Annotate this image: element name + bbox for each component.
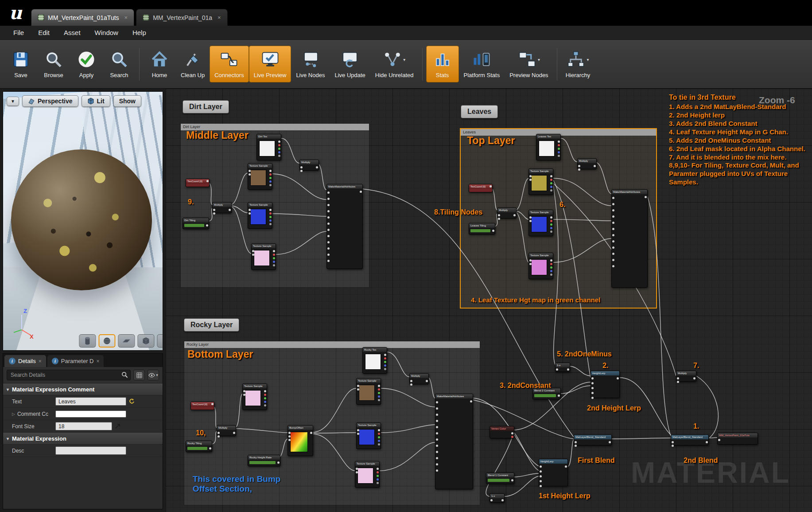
font-size-input[interactable] [55, 422, 112, 430]
material-preview-sphere[interactable] [11, 149, 152, 290]
rocky-tex-parameter-node[interactable]: Rocky Tex [362, 347, 387, 374]
texture-sample-node[interactable]: Texture Sample [248, 163, 272, 190]
texcoord-node[interactable]: TexCoord [0] [186, 179, 210, 187]
tab-parameter-defaults[interactable]: i Parameter D × [47, 355, 104, 367]
mat-layer-blend-node[interactable]: MatLayerBlend_Standard [574, 434, 612, 446]
texture-sample-node[interactable]: Texture Sample [355, 461, 380, 488]
hierarchy-button[interactable]: ▾ Hierarchy [561, 46, 595, 82]
live-nodes-button[interactable]: Live Nodes [291, 46, 330, 82]
platform-stats-button[interactable]: Platform Stats [459, 46, 505, 82]
texture-sample-node[interactable]: Texture Sample [251, 243, 276, 270]
cube-shape-button[interactable] [137, 334, 154, 348]
material-output-node[interactable]: MM_VertexPaint_01aTuts [717, 433, 758, 445]
apply-button[interactable]: Apply [70, 46, 103, 82]
blend-1-constant-parameter-node[interactable]: Blend 1 Constant [486, 473, 514, 484]
desc-input[interactable] [55, 446, 126, 455]
text-property-input[interactable] [55, 397, 126, 406]
comment-header[interactable]: Rocky Layer [184, 341, 480, 348]
category-material-expression[interactable]: ▾ Material Expression [3, 433, 163, 445]
texture-sample-node[interactable]: Texture Sample [242, 383, 267, 410]
live-preview-button[interactable]: Live Preview [249, 46, 291, 82]
viewport-options-button[interactable]: ▼ [7, 97, 19, 106]
property-matrix-button[interactable] [133, 370, 145, 380]
close-icon[interactable]: × [39, 358, 42, 364]
teapot-shape-button[interactable] [157, 334, 163, 348]
asset-tab-active[interactable]: MM_VertexPaint_01aTuts × [31, 9, 134, 26]
dirt-tiling-parameter-node[interactable]: Dirt Tiling [183, 218, 209, 229]
multiply-node[interactable]: Multiply [409, 373, 429, 384]
home-button[interactable]: Home [143, 46, 176, 82]
save-button[interactable]: Save [4, 46, 37, 82]
comment-color-swatch[interactable] [55, 410, 126, 418]
browse-button[interactable]: Browse [37, 46, 70, 82]
multiply-node[interactable]: Multiply [217, 425, 236, 436]
texture-sample-node[interactable]: Texture Sample [528, 168, 553, 195]
multiply-node[interactable]: Multiply [676, 371, 696, 382]
rocky-height-rate-parameter-node[interactable]: Rocky Height Rate [248, 455, 280, 466]
perspective-button[interactable]: Perspective [22, 95, 78, 107]
asset-tab-inactive[interactable]: MM_VertexPaint_01a × [136, 9, 227, 26]
preview-nodes-button[interactable]: ▾ Preview Nodes [505, 46, 553, 82]
height-lerp-node[interactable]: HeightLerp [591, 371, 620, 398]
expander-icon[interactable]: ▷ [12, 412, 15, 416]
comment-tab-dirt-layer[interactable]: Dirt Layer [183, 100, 229, 113]
comment-tab-leaves[interactable]: Leaves [461, 105, 498, 118]
make-material-attributes-node[interactable]: MakeMaterialAttributes [611, 189, 648, 288]
menu-help[interactable]: Help [125, 29, 153, 36]
leaves-tex-parameter-node[interactable]: Leaves Tex [536, 134, 561, 160]
texture-sample-node[interactable]: Texture Sample [528, 253, 553, 279]
multiply-node[interactable]: Multiply [212, 202, 232, 213]
bump-offset-node[interactable]: BumpOffset [288, 425, 313, 456]
material-graph[interactable]: MATERIAL [166, 89, 812, 512]
close-tab-icon[interactable]: × [218, 14, 221, 21]
texture-sample-node[interactable]: Texture Sample [528, 210, 553, 236]
hide-unrelated-button[interactable]: ▾ Hide Unrelated [370, 46, 419, 82]
menu-edit[interactable]: Edit [31, 29, 57, 36]
chevron-down-icon[interactable]: ▾ [403, 57, 405, 62]
stats-button[interactable]: Stats [426, 46, 459, 82]
cylinder-shape-button[interactable] [79, 334, 96, 348]
plane-shape-button[interactable] [118, 334, 135, 348]
leaves-tiling-parameter-node[interactable]: Leaves Tiling [469, 223, 495, 235]
info-icon: i [52, 358, 58, 364]
drag-handle-icon[interactable] [115, 423, 120, 429]
live-update-button[interactable]: Live Update [330, 46, 370, 82]
close-icon[interactable]: × [96, 358, 99, 364]
show-button[interactable]: Show [113, 95, 141, 107]
texture-sample-node[interactable]: Texture Sample [248, 202, 272, 229]
comment-tab-rocky-layer[interactable]: Rocky Layer [184, 318, 239, 332]
mat-layer-blend-node[interactable]: MatLayerBlend_Standard [671, 434, 709, 446]
multiply-node[interactable]: Multiply [577, 158, 597, 169]
texcoord-node[interactable]: TexCoord [0] [469, 184, 493, 192]
view-options-button[interactable]: ▾ [148, 370, 159, 380]
one-minus-node[interactable]: 1-x [555, 363, 570, 372]
one-minus-node[interactable]: 1-x [490, 493, 505, 503]
dirt-tex-parameter-node[interactable]: Dirt Tex [256, 134, 281, 160]
sphere-shape-button[interactable] [98, 334, 115, 348]
connectors-button[interactable]: Connectors [210, 46, 249, 82]
chevron-down-icon[interactable]: ▾ [538, 57, 540, 62]
height-lerp-node[interactable]: HeightLerp [539, 459, 568, 486]
category-material-expression-comment[interactable]: ▾ Material Expression Comment [3, 383, 163, 395]
multiply-node[interactable]: Multiply [497, 207, 517, 219]
make-material-attributes-node[interactable]: MakeMaterialAttributes [326, 184, 363, 269]
texture-sample-node[interactable]: Texture Sample [356, 422, 381, 449]
multiply-node[interactable]: Multiply [299, 160, 319, 171]
menu-asset[interactable]: Asset [57, 29, 88, 36]
texcoord-node[interactable]: TexCoord [0] [190, 402, 214, 410]
search-details-input[interactable] [7, 370, 131, 380]
preview-viewport[interactable]: ▼ Perspective Lit Show Z [3, 91, 163, 351]
vertex-color-node[interactable]: Vertex Color [490, 426, 514, 438]
reset-to-default-icon[interactable] [129, 399, 135, 404]
menu-file[interactable]: File [6, 29, 31, 36]
rocky-tiling-parameter-node[interactable]: Rocky Tiling [186, 441, 212, 452]
texture-sample-node[interactable]: Texture Sample [356, 378, 381, 405]
menu-window[interactable]: Window [88, 29, 125, 36]
make-material-attributes-node[interactable]: MakeMaterialAttributes [435, 394, 473, 489]
lit-button[interactable]: Lit [82, 95, 110, 107]
tab-details[interactable]: i Details × [4, 355, 46, 367]
clean-up-button[interactable]: Clean Up [176, 46, 210, 82]
close-tab-icon[interactable]: × [124, 14, 128, 21]
search-button[interactable]: Search [103, 46, 136, 82]
chevron-down-icon[interactable]: ▾ [587, 57, 589, 62]
